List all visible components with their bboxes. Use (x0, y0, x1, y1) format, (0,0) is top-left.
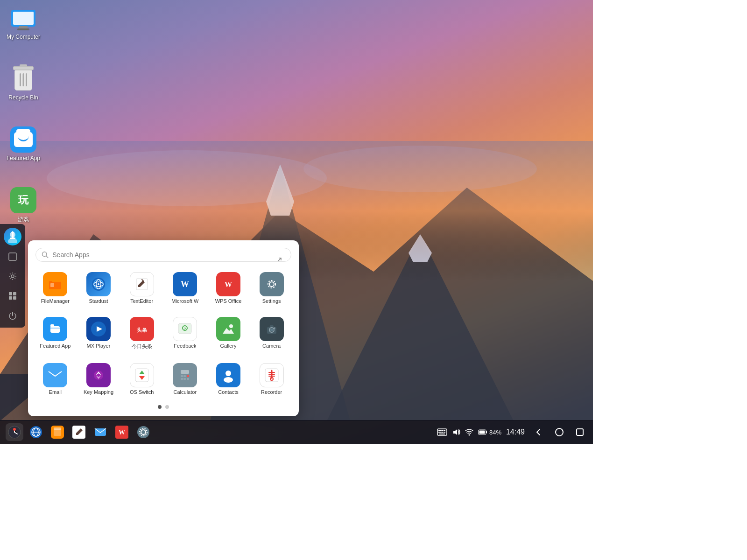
pagination-dot-1[interactable] (158, 405, 162, 409)
svg-rect-14 (9, 253, 16, 260)
app-stardust[interactable]: Stardust (79, 269, 119, 307)
app-feedback[interactable]: ? Feedback (165, 314, 205, 353)
sidebar-power-btn[interactable] (4, 307, 21, 324)
app-gallery[interactable]: Gallery (209, 314, 248, 353)
taskbar-store[interactable] (49, 423, 66, 441)
app-calculator[interactable]: Calculator (165, 360, 205, 398)
svg-point-29 (98, 283, 99, 285)
toutiao-svg: 头条 (134, 322, 149, 336)
toutiao-label: 今日头条 (132, 343, 152, 350)
browser-icon (29, 426, 42, 439)
taskbar-texteditor[interactable] (70, 423, 88, 441)
expand-button[interactable] (273, 255, 284, 266)
app-osswitch[interactable]: OS Switch (122, 360, 162, 398)
svg-rect-69 (187, 375, 189, 377)
taskbar-right: 84% 14:49 (437, 425, 587, 440)
svg-point-15 (11, 275, 14, 278)
app-contacts[interactable]: Contacts (209, 360, 248, 398)
app-featuredapp[interactable]: Featured App (35, 314, 75, 353)
svg-rect-100 (440, 432, 442, 433)
microsoft-svg: W (177, 277, 192, 292)
app-microsoft[interactable]: W Microsoft W (165, 269, 205, 307)
svg-rect-40 (50, 326, 60, 333)
taskbar-settings[interactable] (134, 423, 152, 441)
osswitch-icon (130, 363, 154, 387)
feedback-icon: ? (173, 317, 197, 341)
svg-line-22 (278, 258, 281, 261)
filemanager-svg (48, 277, 62, 291)
svg-rect-16 (9, 292, 12, 295)
app-toutiao[interactable]: 头条 今日头条 (122, 314, 162, 353)
mxplayer-icon (86, 317, 111, 341)
app-email[interactable]: Email (35, 360, 75, 398)
apps-grid-row1: FileManager Stardust (35, 269, 291, 307)
apps-grid-row3: Email Key Mapping (35, 360, 291, 398)
app-keymapping[interactable]: Key Mapping (79, 360, 119, 398)
svg-rect-19 (13, 296, 16, 300)
contacts-svg (221, 368, 236, 383)
mxplayer-svg (91, 322, 106, 336)
back-button[interactable] (531, 425, 546, 440)
svg-rect-67 (181, 375, 183, 377)
osswitch-svg (134, 368, 149, 383)
battery-icon (478, 429, 487, 435)
taskbar-launcher[interactable] (6, 423, 23, 441)
app-camera[interactable]: Camera (252, 314, 291, 353)
email-label: Email (49, 389, 62, 395)
app-wps[interactable]: W WPS Office (209, 269, 248, 307)
app-recorder[interactable]: Recorder (252, 360, 291, 398)
recents-button[interactable] (572, 425, 587, 440)
toutiao-icon: 头条 (130, 317, 154, 341)
stardust-icon (86, 272, 111, 296)
game-icon[interactable]: 玩 游戏 (5, 187, 42, 224)
calculator-icon (173, 363, 197, 387)
svg-text:W: W (225, 280, 232, 288)
pagination-dot-2[interactable] (165, 405, 169, 409)
taskbar-wps[interactable]: W (113, 423, 131, 441)
calculator-label: Calculator (174, 389, 197, 395)
sidebar-settings-btn[interactable] (4, 268, 21, 285)
svg-rect-68 (183, 375, 186, 377)
gallery-icon (216, 317, 240, 341)
contacts-icon (216, 363, 240, 387)
app-mxplayer[interactable]: MX Player (79, 314, 119, 353)
back-icon (535, 428, 543, 436)
camera-icon (260, 317, 284, 341)
filemanager-label: FileManager (41, 298, 70, 304)
microsoft-icon: W (173, 272, 197, 296)
feedback-label: Feedback (174, 343, 196, 349)
svg-rect-98 (444, 430, 445, 431)
svg-rect-70 (181, 378, 183, 380)
expand-icon (275, 257, 282, 265)
keymapping-label: Key Mapping (84, 389, 113, 395)
sidebar-window-btn[interactable] (4, 248, 21, 265)
svg-rect-18 (9, 296, 12, 300)
search-input[interactable] (52, 251, 285, 259)
email-icon (43, 363, 67, 387)
svg-marker-5 (327, 234, 514, 421)
sidebar-apps-btn[interactable] (4, 287, 21, 304)
app-filemanager[interactable]: FileManager (35, 269, 75, 307)
featured-app-desktop-image (10, 126, 37, 153)
featuredapp-icon (43, 317, 67, 341)
svg-text:头条: 头条 (136, 327, 148, 333)
svg-rect-102 (444, 432, 445, 433)
contacts-label: Contacts (218, 389, 238, 395)
featured-app-desktop-icon[interactable]: Featured App (5, 126, 42, 161)
svg-point-91 (137, 426, 149, 438)
volume-icon[interactable] (452, 428, 460, 436)
camera-label: Camera (262, 343, 281, 349)
search-bar (35, 248, 291, 262)
taskbar-email[interactable] (92, 423, 109, 441)
app-texteditor[interactable]: TextEditor (122, 269, 162, 307)
user-avatar[interactable] (4, 228, 21, 245)
my-computer-icon[interactable]: My Computer (5, 5, 42, 40)
texteditor-svg (134, 277, 149, 292)
apps-grid-row2: Featured App MX Player 头条 (35, 314, 291, 353)
taskbar-browser[interactable] (27, 423, 45, 441)
recycle-bin-icon[interactable]: Recycle Bin (5, 65, 42, 101)
settings-app-icon (260, 272, 284, 296)
app-settings[interactable]: Settings (252, 269, 291, 307)
home-button[interactable] (552, 425, 567, 440)
svg-point-56 (274, 328, 275, 329)
